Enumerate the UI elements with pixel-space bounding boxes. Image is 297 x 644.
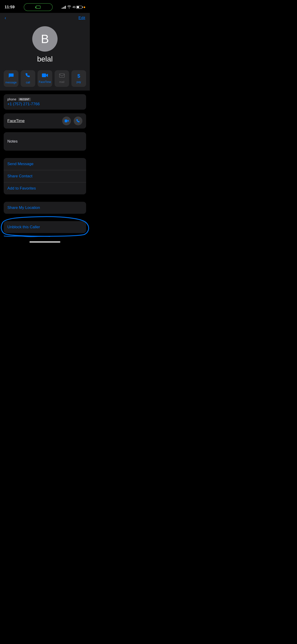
phone-info: phone RECENT +1 (757) 271-7766	[7, 98, 40, 106]
mail-icon	[59, 73, 65, 79]
svg-rect-0	[42, 74, 46, 77]
status-right: 46	[62, 5, 85, 9]
notes-label: Notes	[7, 139, 18, 144]
pay-label: pay	[76, 80, 81, 84]
call-button[interactable]: call	[21, 70, 36, 87]
nav-header: ‹ Edit	[0, 13, 90, 24]
contact-header: B belal	[0, 24, 90, 70]
contact-name: belal	[37, 55, 53, 63]
unblock-item[interactable]: Unblock this Caller	[4, 221, 86, 233]
status-time: 11:59	[4, 5, 14, 10]
home-indicator	[0, 237, 90, 245]
share-location-text: Share My Location	[7, 206, 40, 210]
share-contact-text: Share Contact	[7, 174, 32, 178]
notes-card: Notes	[4, 132, 86, 151]
mail-button[interactable]: mail	[54, 70, 69, 87]
add-favorites-item[interactable]: Add to Favorites	[4, 182, 86, 194]
svg-rect-1	[60, 74, 64, 78]
facetime-button[interactable]: FaceTime	[38, 70, 52, 87]
message-icon	[8, 73, 14, 80]
share-location-item[interactable]: Share My Location	[4, 202, 86, 214]
dynamic-island-icon	[36, 6, 40, 9]
phone-label-text: phone	[7, 98, 16, 101]
unblock-wrapper: Unblock this Caller	[4, 221, 86, 233]
battery-percent: 46	[72, 6, 76, 9]
battery-fill	[77, 6, 79, 8]
scrollable-content: ‹ Edit B belal message	[0, 13, 90, 245]
back-button[interactable]: ‹	[4, 15, 6, 20]
home-bar	[30, 242, 60, 242]
message-label: message	[5, 81, 16, 84]
edit-button[interactable]: Edit	[78, 16, 85, 20]
action-buttons-row: message call FaceTime	[0, 70, 90, 90]
avatar-letter: B	[41, 32, 49, 46]
orange-dot	[84, 6, 85, 8]
battery-icon: 46	[72, 6, 82, 9]
send-message-item[interactable]: Send Message	[4, 158, 86, 170]
status-bar: 11:59 46	[0, 0, 90, 13]
facetime-label: FaceTime	[39, 80, 51, 84]
signal-icon	[62, 6, 66, 9]
add-favorites-text: Add to Favorites	[7, 186, 36, 190]
recent-badge: RECENT	[18, 98, 31, 101]
facetime-row: FaceTime	[4, 113, 86, 128]
wifi-icon	[67, 5, 71, 9]
facetime-row-label[interactable]: FaceTime	[7, 118, 25, 123]
facetime-video-button[interactable]	[62, 116, 71, 125]
location-card: Share My Location	[4, 202, 86, 214]
phone-row: phone RECENT +1 (757) 271-7766	[4, 94, 86, 110]
phone-number[interactable]: +1 (757) 271-7766	[7, 102, 40, 106]
notes-row: Notes	[4, 132, 86, 151]
avatar: B	[32, 26, 58, 52]
unblock-card: Unblock this Caller	[4, 221, 86, 233]
status-center	[24, 3, 53, 11]
svg-rect-2	[65, 120, 67, 122]
call-label: call	[26, 81, 30, 84]
page: 11:59 46	[0, 0, 90, 245]
facetime-action-buttons	[62, 116, 82, 125]
send-message-text: Send Message	[7, 162, 34, 166]
facetime-icon	[42, 73, 48, 79]
dynamic-island	[24, 3, 53, 11]
facetime-audio-button[interactable]	[74, 116, 82, 125]
call-icon	[25, 73, 30, 80]
menu-card: Send Message Share Contact Add to Favori…	[4, 158, 86, 194]
unblock-text: Unblock this Caller	[7, 225, 40, 229]
mail-label: mail	[60, 80, 64, 84]
phone-label: phone RECENT	[7, 98, 40, 101]
message-button[interactable]: message	[4, 70, 18, 87]
share-contact-item[interactable]: Share Contact	[4, 170, 86, 182]
pay-icon: $	[77, 73, 80, 79]
battery-body	[76, 6, 82, 9]
facetime-card: FaceTime	[4, 113, 86, 128]
pay-button[interactable]: $ pay	[71, 70, 86, 87]
phone-card: phone RECENT +1 (757) 271-7766	[4, 94, 86, 110]
